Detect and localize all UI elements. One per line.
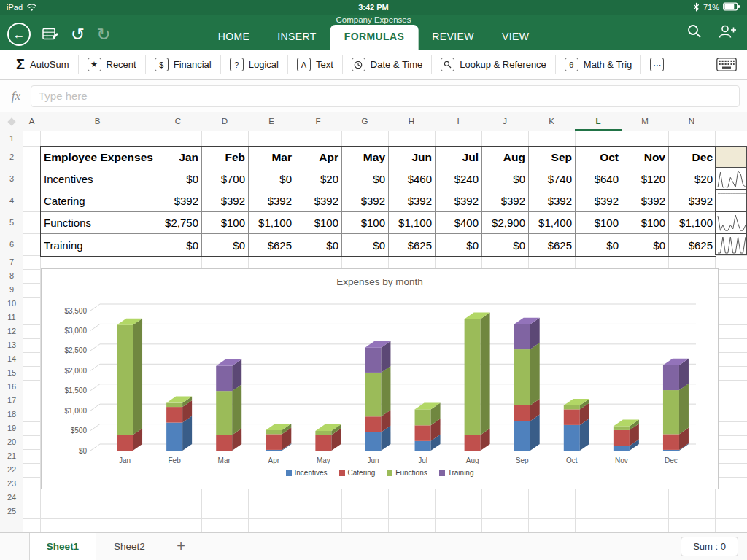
function-button-logical[interactable]: ?Logical bbox=[221, 50, 287, 79]
table-cell[interactable]: Dec bbox=[669, 147, 716, 168]
table-cell[interactable]: $100 bbox=[622, 212, 669, 234]
table-cell[interactable]: $700 bbox=[202, 168, 249, 190]
formula-input[interactable] bbox=[31, 85, 740, 107]
table-cell[interactable]: $0 bbox=[202, 234, 249, 256]
row-header-8[interactable]: 8 bbox=[0, 269, 23, 283]
function-button-recent[interactable]: ★Recent bbox=[79, 50, 145, 79]
row-header-16[interactable]: 16 bbox=[0, 380, 23, 394]
table-cell[interactable]: Mar bbox=[249, 147, 295, 168]
row-header-5[interactable]: 5 bbox=[0, 211, 23, 233]
table-cell[interactable]: $460 bbox=[389, 168, 436, 190]
table-cell[interactable]: $392 bbox=[342, 190, 389, 212]
column-header-J[interactable]: J bbox=[481, 112, 528, 131]
table-cell[interactable]: Jul bbox=[436, 147, 482, 168]
function-button-autosum[interactable]: ΣAutoSum bbox=[7, 50, 78, 79]
undo-button[interactable]: ↺ bbox=[71, 26, 85, 43]
row-header-13[interactable]: 13 bbox=[0, 338, 23, 352]
table-cell[interactable]: Nov bbox=[622, 147, 669, 168]
table-cell[interactable]: Jan bbox=[155, 147, 202, 168]
table-cell[interactable]: $1,100 bbox=[669, 212, 716, 234]
add-people-button[interactable] bbox=[717, 23, 737, 39]
row-header-3[interactable]: 3 bbox=[0, 168, 23, 190]
column-header-K[interactable]: K bbox=[528, 112, 575, 131]
column-header-L[interactable]: L bbox=[575, 112, 622, 131]
table-cell[interactable]: $625 bbox=[529, 234, 576, 256]
table-cell[interactable]: $1,100 bbox=[389, 212, 436, 234]
table-cell[interactable]: $392 bbox=[622, 190, 669, 212]
row-header-24[interactable]: 24 bbox=[0, 491, 23, 505]
table-cell[interactable]: $2,750 bbox=[155, 212, 202, 234]
table-cell[interactable]: $392 bbox=[155, 190, 202, 212]
column-header-C[interactable]: C bbox=[155, 112, 201, 131]
table-cell[interactable]: $0 bbox=[436, 234, 482, 256]
row-header-21[interactable]: 21 bbox=[0, 449, 23, 463]
sparkline-cell[interactable] bbox=[715, 233, 747, 255]
table-cell[interactable]: Functions bbox=[41, 212, 155, 234]
sheet-tab-sheet2[interactable]: Sheet2 bbox=[96, 533, 163, 560]
table-cell[interactable]: May bbox=[342, 147, 389, 168]
row-header-23[interactable]: 23 bbox=[0, 477, 23, 491]
function-button-text[interactable]: AText bbox=[288, 50, 342, 79]
table-cell[interactable]: $392 bbox=[576, 190, 622, 212]
column-header-I[interactable]: I bbox=[435, 112, 481, 131]
row-header-2[interactable]: 2 bbox=[0, 146, 23, 168]
redo-button[interactable]: ↻ bbox=[96, 26, 110, 43]
row-header-14[interactable]: 14 bbox=[0, 352, 23, 366]
function-button-math-trig[interactable]: θMath & Trig bbox=[556, 50, 640, 79]
table-cell[interactable]: $120 bbox=[622, 168, 669, 190]
table-cell[interactable]: Feb bbox=[202, 147, 249, 168]
row-header-12[interactable]: 12 bbox=[0, 324, 23, 338]
table-cell[interactable]: $0 bbox=[249, 168, 295, 190]
table-cell[interactable]: Apr bbox=[295, 147, 342, 168]
table-cell[interactable]: $640 bbox=[576, 168, 622, 190]
table-cell[interactable]: Incentives bbox=[41, 168, 155, 190]
column-header-D[interactable]: D bbox=[201, 112, 248, 131]
workbook-button[interactable] bbox=[42, 27, 59, 42]
table-cell[interactable]: $400 bbox=[436, 212, 482, 234]
table-cell[interactable]: $0 bbox=[155, 168, 202, 190]
row-header-17[interactable]: 17 bbox=[0, 394, 23, 408]
table-cell[interactable]: Sep bbox=[529, 147, 576, 168]
table-cell[interactable]: $100 bbox=[202, 212, 249, 234]
row-header-22[interactable]: 22 bbox=[0, 463, 23, 477]
column-header-N[interactable]: N bbox=[668, 112, 715, 131]
function-button-more-functions[interactable]: ··· bbox=[641, 50, 673, 79]
sparkline-cell[interactable] bbox=[715, 211, 747, 233]
table-cell[interactable]: $392 bbox=[389, 190, 436, 212]
row-header-20[interactable]: 20 bbox=[0, 435, 23, 449]
column-header-E[interactable]: E bbox=[248, 112, 295, 131]
column-header-M[interactable]: M bbox=[622, 112, 668, 131]
row-header-15[interactable]: 15 bbox=[0, 366, 23, 380]
table-cell[interactable]: Training bbox=[41, 234, 155, 256]
row-header-7[interactable]: 7 bbox=[0, 255, 23, 269]
table-cell[interactable]: $20 bbox=[295, 168, 342, 190]
sheet-tab-sheet1[interactable]: Sheet1 bbox=[29, 533, 96, 560]
back-button[interactable]: ← bbox=[7, 23, 31, 46]
table-cell[interactable]: $392 bbox=[436, 190, 482, 212]
function-button-financial[interactable]: $Financial bbox=[146, 50, 220, 79]
column-header-A[interactable]: A bbox=[23, 112, 40, 131]
table-cell[interactable]: $0 bbox=[482, 168, 529, 190]
ribbon-tab-formulas[interactable]: FORMULAS bbox=[330, 25, 419, 50]
table-cell[interactable]: $2,900 bbox=[482, 212, 529, 234]
table-cell[interactable]: $625 bbox=[669, 234, 716, 256]
row-header-19[interactable]: 19 bbox=[0, 421, 23, 435]
table-cell[interactable]: $0 bbox=[295, 234, 342, 256]
table-cell[interactable]: $392 bbox=[482, 190, 529, 212]
row-header-6[interactable]: 6 bbox=[0, 233, 23, 255]
table-cell[interactable]: $392 bbox=[529, 190, 576, 212]
sparkline-cell[interactable] bbox=[715, 168, 747, 190]
search-button[interactable] bbox=[686, 23, 703, 39]
row-header-4[interactable]: 4 bbox=[0, 190, 23, 211]
column-header-F[interactable]: F bbox=[295, 112, 341, 131]
table-cell[interactable]: $392 bbox=[249, 190, 295, 212]
spreadsheet-grid[interactable]: ABCDEFGHIJKLMN12345678910111213141516171… bbox=[0, 112, 747, 532]
table-cell[interactable]: $1,400 bbox=[529, 212, 576, 234]
sum-indicator[interactable]: Sum : 0 bbox=[681, 537, 738, 556]
sparkline-cell[interactable] bbox=[715, 146, 747, 168]
table-cell[interactable]: $625 bbox=[389, 234, 436, 256]
ribbon-tab-review[interactable]: REVIEW bbox=[418, 25, 488, 50]
table-cell[interactable]: Employee Expenses bbox=[41, 147, 155, 168]
function-button-lookup-reference[interactable]: Lookup & Reference bbox=[432, 50, 555, 79]
keyboard-button[interactable] bbox=[713, 58, 740, 71]
